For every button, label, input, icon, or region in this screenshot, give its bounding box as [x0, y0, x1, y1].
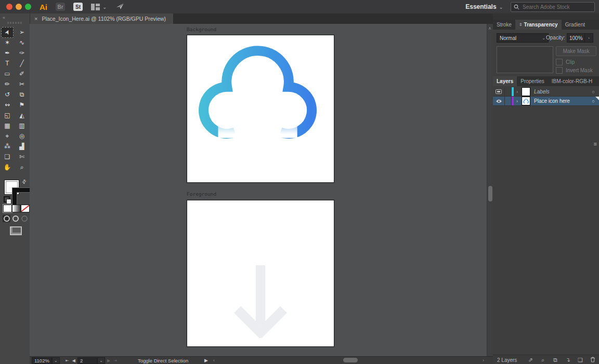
scissors-tool[interactable]: ✂ [16, 79, 28, 89]
layer-row-labels[interactable]: › Labels ○ [493, 87, 599, 97]
rotate-tool[interactable]: ↺ [2, 90, 13, 100]
panel-menu-icon[interactable]: ≡ [594, 141, 597, 147]
tab-stroke[interactable]: Stroke [493, 20, 515, 30]
make-mask-button[interactable]: Make Mask [556, 46, 596, 56]
workspace-switcher[interactable]: Essentials [465, 3, 496, 10]
template-layer-icon[interactable] [493, 87, 505, 96]
scroll-left-icon[interactable]: ‹ [213, 358, 215, 363]
down-arrow-artwork[interactable] [229, 263, 292, 338]
canvas[interactable]: Background Foreground [30, 24, 487, 356]
eyedropper-tool[interactable]: ⌖ [2, 131, 13, 141]
last-artboard-icon[interactable]: ⇥ [113, 358, 117, 363]
new-layer-icon[interactable]: ❏ [574, 357, 587, 363]
artboard-background[interactable] [187, 35, 334, 183]
selection-tool[interactable]: ➤ [1, 27, 14, 38]
locate-object-icon[interactable]: ⌕ [537, 357, 549, 363]
curvature-tool[interactable]: ✑ [16, 48, 28, 58]
color-button[interactable] [3, 205, 12, 212]
rectangle-tool[interactable]: ▭ [2, 69, 13, 79]
target-icon[interactable]: ○ [588, 89, 599, 95]
invert-mask-checkbox[interactable]: Invert Mask [556, 67, 593, 74]
scale-tool[interactable]: ⧉ [16, 90, 28, 100]
previous-artboard-icon[interactable]: ◀ [72, 358, 75, 363]
panel-grip[interactable] [7, 22, 23, 24]
stock-search-box[interactable] [511, 2, 595, 12]
artboard-tool[interactable]: ❏ [2, 152, 13, 162]
artboard-chevron-icon[interactable]: ⌄ [97, 357, 105, 364]
collect-for-export-icon[interactable]: ⇗ [524, 357, 537, 363]
layer-thumbnail[interactable] [522, 97, 530, 105]
column-graph-tool[interactable]: ▟ [16, 142, 28, 152]
zoom-tool[interactable]: ⌕ [16, 163, 28, 172]
clip-checkbox[interactable]: Clip [556, 59, 575, 65]
artboard-foreground[interactable] [187, 200, 334, 347]
tab-close-icon[interactable]: × [34, 16, 37, 22]
draw-behind-mode-button[interactable] [11, 215, 19, 222]
trash-icon[interactable] [587, 357, 599, 363]
share-icon[interactable] [116, 3, 124, 11]
layer-row-place-icon-here[interactable]: › Place icon here ○ [493, 97, 599, 106]
tab-transparency[interactable]: ⇕Transparency [515, 20, 562, 30]
scroll-up-icon[interactable]: ∧ [488, 26, 491, 31]
checkbox-icon[interactable] [556, 59, 563, 65]
tab-layers[interactable]: Layers [493, 76, 517, 86]
horizontal-scroll-thumb[interactable] [343, 358, 358, 362]
status-flyout-icon[interactable]: ▶ [204, 358, 208, 363]
direct-selection-tool[interactable]: ➢ [16, 28, 28, 37]
slice-tool[interactable]: ✄ [16, 152, 28, 162]
lock-toggle-cell[interactable] [505, 87, 512, 96]
swap-fill-stroke-icon[interactable]: ⇄ [20, 178, 28, 185]
none-button[interactable] [21, 205, 30, 212]
zoom-chevron-icon[interactable]: ⌄ [52, 357, 60, 364]
zoom-level-box[interactable]: 1102% [32, 357, 52, 364]
arrange-documents-icon[interactable] [91, 4, 100, 10]
artboard-number-box[interactable]: 2 [77, 357, 97, 364]
disclosure-icon[interactable]: › [514, 89, 520, 95]
blend-mode-dropdown[interactable]: Normal ⌄ [497, 33, 549, 43]
tab-gradient[interactable]: Gradient [562, 20, 589, 30]
puppet-warp-tool[interactable]: ⚑ [16, 100, 28, 110]
cloud-artwork[interactable] [196, 43, 325, 140]
chevron-down-icon[interactable]: ⌄ [102, 4, 107, 10]
type-tool[interactable]: T [2, 59, 13, 69]
first-artboard-icon[interactable]: ⇤ [66, 358, 69, 363]
stock-button[interactable]: St [73, 3, 83, 11]
pencil-tool[interactable]: ✏ [2, 79, 13, 89]
gradient-button[interactable] [12, 205, 21, 212]
opacity-stepper-icon[interactable]: › [584, 33, 593, 43]
width-tool[interactable]: ↭ [2, 100, 13, 110]
window-minimize-button[interactable] [16, 4, 22, 10]
lasso-tool[interactable]: ∿ [16, 38, 28, 48]
window-zoom-button[interactable] [25, 4, 31, 10]
shape-builder-tool[interactable]: ◱ [2, 111, 13, 120]
gradient-tool[interactable]: ▥ [16, 121, 28, 131]
tab-library[interactable]: IBM-color-RGB-H [548, 76, 595, 86]
pen-tool[interactable]: ✒ [2, 48, 13, 58]
hand-tool[interactable]: ✋ [2, 163, 13, 172]
vertical-scroll-thumb[interactable] [488, 186, 492, 201]
disclosure-icon[interactable]: › [514, 99, 520, 104]
tab-properties[interactable]: Properties [517, 76, 548, 86]
perspective-grid-tool[interactable]: ◭ [16, 111, 28, 120]
bridge-button[interactable]: Br [56, 3, 65, 11]
document-tab[interactable]: × Place_Icon_Here.ai @ 1102% (RGB/GPU Pr… [30, 14, 173, 24]
collapse-panel-icon[interactable]: « [3, 15, 5, 20]
paintbrush-tool[interactable]: ✐ [16, 69, 28, 79]
layer-name[interactable]: Place icon here [534, 98, 588, 104]
layer-thumbnail[interactable] [522, 87, 530, 96]
workspace-chevron-icon[interactable]: ⌄ [499, 4, 503, 10]
next-artboard-icon[interactable]: ▶ [107, 358, 110, 363]
magic-wand-tool[interactable]: ✶ [2, 38, 13, 48]
checkbox-icon[interactable] [556, 67, 563, 74]
window-close-button[interactable] [6, 4, 12, 10]
scroll-right-icon[interactable]: › [483, 358, 484, 363]
eye-icon[interactable] [493, 97, 505, 105]
mesh-tool[interactable]: ▦ [2, 121, 13, 131]
make-mask-icon[interactable]: ⧉ [549, 357, 562, 363]
blend-tool[interactable]: ◎ [16, 131, 28, 141]
draw-inside-mode-button[interactable] [20, 215, 28, 222]
symbol-sprayer-tool[interactable]: ⁂ [2, 142, 13, 152]
lock-toggle-cell[interactable] [505, 97, 512, 105]
new-sublayer-icon[interactable]: ↴ [562, 357, 574, 363]
default-fill-stroke-icon[interactable] [6, 199, 11, 204]
